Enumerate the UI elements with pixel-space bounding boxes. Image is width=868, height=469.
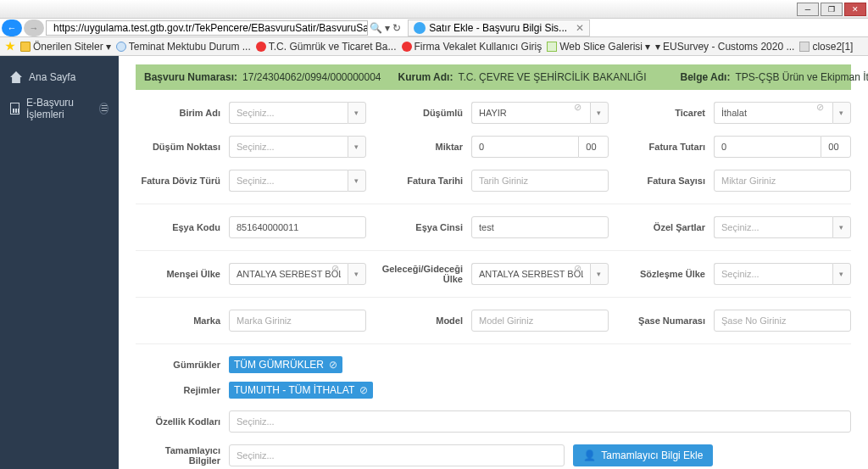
sidebar-item-home[interactable]: Ana Sayfa <box>0 64 119 90</box>
ticaret-label: Ticaret <box>620 108 714 118</box>
miktar-int[interactable] <box>471 136 578 158</box>
search-icon[interactable]: 🔍 ▾ <box>370 22 390 34</box>
gelecegi-ulke-input[interactable] <box>471 263 590 285</box>
sidebar-item-ebasvuru[interactable]: E-Başvuru İşlemleri ☰ <box>0 90 119 127</box>
window-titlebar: ─ ❐ ✕ <box>0 0 868 19</box>
ticaret-input[interactable] <box>714 102 832 124</box>
tamamlayici-input[interactable] <box>229 444 565 466</box>
gumrukler-label: Gümrükler <box>136 360 229 370</box>
fatura-tutari-int[interactable] <box>714 136 821 158</box>
refresh-icon[interactable]: ↻ <box>392 22 401 34</box>
fatura-sayisi-field[interactable] <box>714 170 851 192</box>
url-text: https://uygulama.test.gtb.gov.tr/TekPenc… <box>53 22 368 34</box>
fav-firma[interactable]: Firma Vekalet Kullanıcı Giriş <box>402 41 542 53</box>
ticaret-select[interactable]: ⊘▾ <box>714 102 851 124</box>
window-maximize-button[interactable]: ❐ <box>821 3 843 16</box>
globe-icon <box>116 42 126 52</box>
esya-cinsi-input[interactable] <box>471 216 609 238</box>
sase-field[interactable] <box>714 310 851 332</box>
basvuru-no-value: 17/24304062/0994/000000004 <box>242 71 381 83</box>
sozlesme-ulke-input[interactable] <box>714 263 832 285</box>
fatura-tarihi-input[interactable] <box>471 170 609 192</box>
esya-cinsi-field[interactable] <box>471 216 609 238</box>
clear-icon[interactable]: ⊘ <box>816 102 824 113</box>
gumrukler-tag[interactable]: TÜM GÜMRÜKLER⊘ <box>229 356 342 373</box>
form-header: Başvuru Numarası:17/24304062/0994/000000… <box>136 64 851 90</box>
sidebar-ebasvuru-label: E-Başvuru İşlemleri <box>26 97 92 120</box>
mensei-ulke-select[interactable]: ⊘▾ <box>229 263 366 285</box>
esya-kodu-field[interactable] <box>229 216 366 238</box>
fatura-tutari-input-group[interactable] <box>714 136 851 158</box>
tag-remove-icon[interactable]: ⊘ <box>359 384 368 396</box>
mensei-ulke-input[interactable] <box>229 263 348 285</box>
clear-icon[interactable]: ⊘ <box>574 102 581 113</box>
fatura-tarihi-field[interactable] <box>471 170 609 192</box>
sidebar-home-label: Ana Sayfa <box>29 71 75 83</box>
tab-title: Satır Ekle - Başvuru Bilgi Sis... <box>429 22 567 34</box>
chevron-down-icon[interactable]: ▾ <box>348 102 366 124</box>
chevron-down-icon[interactable]: ▾ <box>348 136 366 158</box>
chevron-down-icon[interactable]: ▾ <box>832 216 851 238</box>
chevron-down-icon[interactable]: ▾ <box>590 263 609 285</box>
fav-suggested[interactable]: Önerilen Siteler ▾ <box>20 41 111 53</box>
tamamlayici-ekle-button[interactable]: 👤Tamamlayıcı Bilgi Ekle <box>573 444 713 466</box>
nav-back-button[interactable]: ← <box>2 20 22 36</box>
window-minimize-button[interactable]: ─ <box>797 3 819 16</box>
miktar-input-group[interactable] <box>471 136 609 158</box>
fatura-doviz-select[interactable]: ▾ <box>229 170 366 192</box>
fatura-doviz-input[interactable] <box>229 170 348 192</box>
miktar-label: Miktar <box>378 142 471 152</box>
fatura-sayisi-input[interactable] <box>714 170 851 192</box>
nav-forward-button[interactable]: → <box>24 20 44 36</box>
fav-webslice[interactable]: Web Slice Galerisi ▾ <box>547 41 650 53</box>
chevron-down-icon[interactable]: ▾ <box>348 170 366 192</box>
ozel-sartlar-input[interactable] <box>714 216 832 238</box>
esya-kodu-label: Eşya Kodu <box>136 222 229 232</box>
fav-star-icon[interactable] <box>5 42 15 52</box>
marka-label: Marka <box>136 315 229 326</box>
fav-eusurvey[interactable]: ▾ EUSurvey - Customs 2020 ... <box>655 41 794 53</box>
tab-close-icon[interactable]: ✕ <box>576 22 584 34</box>
ozellik-kodlari-input[interactable] <box>229 410 851 433</box>
birim-adi-label: Birim Adı <box>136 108 229 118</box>
dusum-noktasi-select[interactable]: ▾ <box>229 136 366 158</box>
marka-input[interactable] <box>229 310 366 332</box>
clear-icon[interactable]: ⊘ <box>574 263 581 274</box>
dusumlu-select[interactable]: ⊘▾ <box>471 102 609 124</box>
model-input[interactable] <box>471 310 609 332</box>
tag-remove-icon[interactable]: ⊘ <box>329 359 337 371</box>
fav-close2[interactable]: close2[1] <box>799 41 853 53</box>
chevron-down-icon[interactable]: ▾ <box>832 263 851 285</box>
chevron-down-icon[interactable]: ▾ <box>590 102 609 124</box>
sase-input[interactable] <box>714 310 851 332</box>
basvuru-no-label: Başvuru Numarası: <box>144 71 237 83</box>
dusumlu-input[interactable] <box>471 102 590 124</box>
chevron-down-icon[interactable]: ▾ <box>832 102 851 124</box>
gelecegi-ulke-select[interactable]: ⊘▾ <box>471 263 609 285</box>
rejimler-tag[interactable]: TUMUITH - TÜM İTHALAT⊘ <box>229 382 373 399</box>
browser-address-bar: ← → https://uygulama.test.gtb.gov.tr/Tek… <box>0 19 868 37</box>
sidebar: Ana Sayfa E-Başvuru İşlemleri ☰ <box>0 56 119 469</box>
birim-adi-input[interactable] <box>229 102 348 124</box>
sozlesme-ulke-select[interactable]: ▾ <box>714 263 851 285</box>
fatura-tutari-label: Fatura Tutarı <box>620 142 714 152</box>
window-close-button[interactable]: ✕ <box>844 3 866 16</box>
fatura-tutari-dec[interactable] <box>821 136 851 158</box>
chevron-down-icon[interactable]: ▾ <box>348 263 366 285</box>
miktar-dec[interactable] <box>578 136 609 158</box>
url-input[interactable]: https://uygulama.test.gtb.gov.tr/TekPenc… <box>46 20 368 36</box>
dusum-noktasi-input[interactable] <box>229 136 348 158</box>
tab-favicon <box>414 22 426 34</box>
favorites-bar: Önerilen Siteler ▾ Teminat Mektubu Durum… <box>0 37 868 56</box>
fav-gumruk[interactable]: T.C. Gümrük ve Ticaret Ba... <box>256 41 397 53</box>
ozel-sartlar-select[interactable]: ▾ <box>714 216 851 238</box>
clear-icon[interactable]: ⊘ <box>331 263 339 274</box>
browser-tab[interactable]: Satır Ekle - Başvuru Bilgi Sis... ✕ <box>408 20 590 36</box>
fav-teminat[interactable]: Teminat Mektubu Durum ... <box>116 41 251 53</box>
birim-adi-select[interactable]: ▾ <box>229 102 366 124</box>
esya-kodu-input[interactable] <box>229 216 366 238</box>
model-field[interactable] <box>471 310 609 332</box>
marka-field[interactable] <box>229 310 366 332</box>
fatura-tarihi-label: Fatura Tarihi <box>378 176 471 186</box>
doc-icon <box>799 42 810 52</box>
